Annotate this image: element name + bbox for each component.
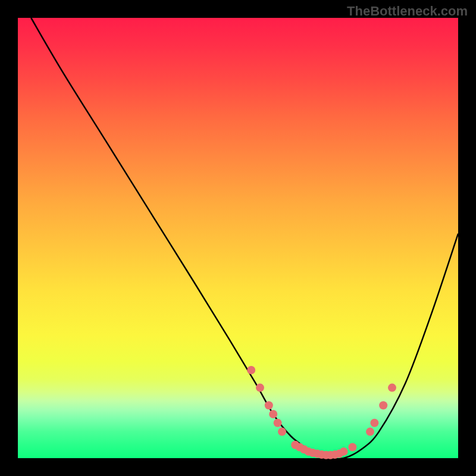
data-marker	[247, 366, 255, 374]
data-marker	[265, 401, 273, 409]
data-marker	[379, 401, 387, 409]
data-marker	[340, 447, 348, 456]
chart-svg	[18, 18, 458, 458]
bottleneck-curve-path	[31, 18, 458, 459]
chart-plot-area	[18, 18, 458, 458]
data-marker	[278, 428, 286, 436]
watermark-text: TheBottleneck.com	[347, 4, 468, 19]
data-marker	[366, 428, 374, 436]
data-marker	[348, 443, 356, 452]
data-marker	[269, 410, 277, 418]
marker-group	[247, 366, 396, 459]
data-marker	[370, 419, 378, 427]
data-marker	[274, 419, 282, 427]
data-marker	[256, 384, 264, 392]
data-marker	[388, 384, 396, 392]
